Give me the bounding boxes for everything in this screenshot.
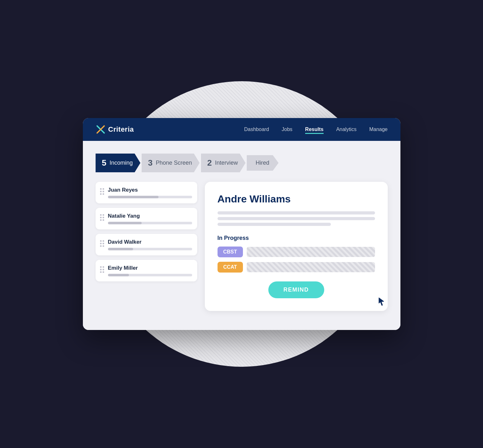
score-bar-fill [108,196,158,198]
drag-dot [103,193,104,195]
drag-dot [100,214,102,216]
nav-analytics[interactable]: Analytics [336,125,357,134]
nav-links: Dashboard Jobs Results Analytics Manage [244,125,388,134]
ccat-badge: CCAT [218,262,243,273]
info-line-3 [218,223,331,226]
nav-jobs[interactable]: Jobs [282,125,292,134]
drag-dot [100,243,102,244]
score-bar-background [108,248,192,250]
drag-dot [103,266,104,268]
status-label: In Progress [218,235,375,241]
ccat-progress-bar [247,262,375,272]
remind-button[interactable]: REMIND [268,281,324,298]
drag-dot [100,269,102,270]
phone-screen-label: Phone Screen [156,160,192,166]
drag-dot [100,271,102,273]
candidate-card-emily[interactable]: Emily Miller [96,260,197,281]
brand-name: Criteria [108,125,134,134]
info-lines [218,211,375,226]
candidate-name: Juan Reyes [108,187,192,193]
score-bar-fill [108,248,133,250]
drag-dot [103,219,104,221]
drag-dot [100,193,102,195]
info-line-2 [218,217,375,220]
interview-count: 2 [207,158,212,168]
drag-dot [103,269,104,270]
interview-label: Interview [215,160,238,166]
score-bar-fill [108,274,129,276]
pipeline-step-incoming[interactable]: 5 Incoming [96,154,141,172]
detail-candidate-name: Andre Williams [218,193,375,205]
drag-dot [103,217,104,218]
cbst-badge: CBST [218,247,243,257]
score-bar-background [108,274,192,276]
drag-dot [100,188,102,190]
candidate-info: Emily Miller [108,265,192,276]
pipeline-step-hired[interactable]: Hired [247,155,278,171]
detail-card: Andre Williams In Progress CBST CCAT [205,182,388,311]
candidate-name: David Walker [108,239,192,245]
drag-handle [100,265,104,273]
drag-handle [100,187,104,195]
browser-window: Criteria Dashboard Jobs Results Analytic… [83,118,400,330]
drag-dot [103,191,104,192]
candidate-name: Emily Miller [108,265,192,271]
candidate-name: Natalie Yang [108,213,192,219]
test-row-ccat: CCAT [218,262,375,273]
info-line-1 [218,211,375,214]
drag-dot [100,191,102,192]
drag-dot [103,271,104,273]
pipeline-step-phone-screen[interactable]: 3 Phone Screen [142,154,200,172]
drag-dot [100,217,102,218]
score-bar-background [108,196,192,198]
cursor-icon [378,297,385,306]
candidate-info: David Walker [108,239,192,250]
drag-dot [103,243,104,244]
drag-dot [103,214,104,216]
candidate-card-david[interactable]: David Walker [96,234,197,255]
incoming-label: Incoming [110,160,133,166]
drag-handle [100,239,104,247]
score-bar-fill [108,222,142,224]
drag-dot [103,245,104,247]
drag-dot [103,188,104,190]
hired-label: Hired [256,160,269,166]
candidate-card-natalie[interactable]: Natalie Yang [96,208,197,229]
logo: Criteria [96,124,134,135]
nav-manage[interactable]: Manage [369,125,388,134]
drag-dot [100,266,102,268]
candidate-info: Juan Reyes [108,187,192,198]
candidate-list: Juan Reyes [96,182,197,311]
candidate-info: Natalie Yang [108,213,192,224]
drag-dot [100,219,102,221]
logo-icon [96,124,106,135]
scene: Criteria Dashboard Jobs Results Analytic… [51,34,432,414]
drag-dot [100,240,102,242]
two-column-layout: Juan Reyes [96,182,388,311]
score-bar-background [108,222,192,224]
incoming-count: 5 [102,158,106,168]
drag-dot [103,240,104,242]
candidate-card-juan[interactable]: Juan Reyes [96,182,197,203]
test-row-cbst: CBST [218,247,375,257]
nav-results[interactable]: Results [305,125,324,134]
pipeline-step-interview[interactable]: 2 Interview [201,154,246,172]
navbar: Criteria Dashboard Jobs Results Analytic… [83,118,400,141]
cbst-progress-bar [247,247,375,257]
pipeline: 5 Incoming 3 Phone Screen 2 Interview Hi… [96,154,388,172]
nav-dashboard[interactable]: Dashboard [244,125,269,134]
drag-handle [100,213,104,221]
phone-screen-count: 3 [148,158,152,168]
drag-dot [100,245,102,247]
content-area: 5 Incoming 3 Phone Screen 2 Interview Hi… [83,141,400,330]
